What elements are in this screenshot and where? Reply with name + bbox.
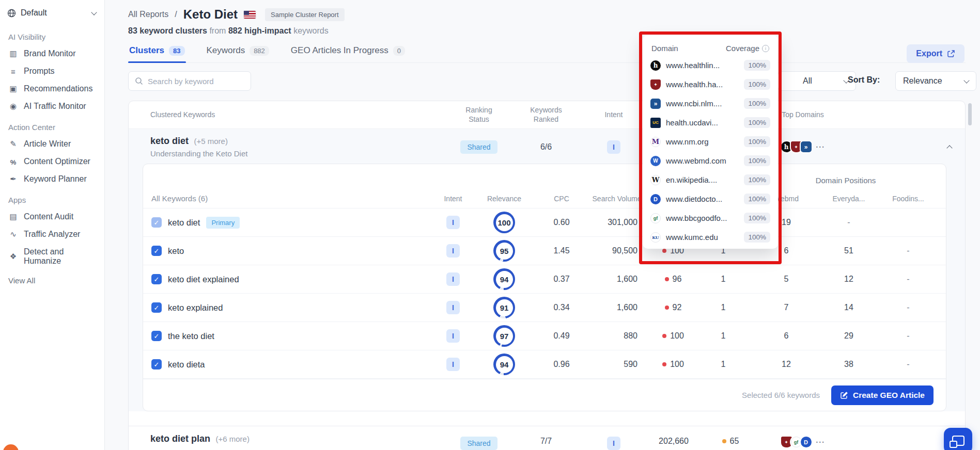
keyword-text: the keto diet (168, 331, 214, 341)
sidebar-item-label: Article Writer (24, 139, 71, 149)
more-domains-button[interactable]: ⋯ (816, 437, 825, 447)
clusters-table: Clustered Keywords Ranking Status Keywor… (128, 101, 966, 450)
domain-text: www.healthlin... (666, 61, 739, 70)
col-relevance: Relevance (474, 195, 535, 203)
tab-label: Keywords (207, 45, 245, 56)
domain-favicon (650, 213, 661, 223)
domain-favicon (650, 118, 661, 128)
primary-badge: Primary (206, 217, 240, 229)
sidebar-item-label: Prompts (24, 67, 55, 76)
search-box[interactable] (128, 71, 251, 91)
score-dot (662, 249, 666, 253)
webmd-position: 12 (745, 360, 827, 369)
domain-favicon (791, 141, 802, 152)
keyword-checkbox[interactable] (151, 246, 162, 256)
keyword-checkbox[interactable] (151, 302, 162, 313)
relevance-ring: 94 (493, 268, 515, 290)
search-input[interactable] (148, 77, 244, 86)
sidebar-item[interactable]: Content Optimizer (0, 153, 104, 170)
collapse-chevron-icon[interactable] (946, 145, 952, 151)
summary-from: from (209, 26, 226, 35)
sidebar-item[interactable]: AI Traffic Monitor (0, 98, 104, 115)
sort-select[interactable]: Relevance (895, 71, 976, 91)
sidebar-item[interactable]: Prompts (0, 62, 104, 80)
page-title: Keto Diet (183, 7, 238, 22)
keyword-checkbox[interactable] (151, 331, 162, 341)
sidebar-item[interactable]: Traffic Analyzer (0, 226, 104, 243)
table-header-row: Clustered Keywords Ranking Status Keywor… (129, 101, 965, 129)
export-button[interactable]: Export (907, 44, 965, 63)
intent-badge: I (446, 301, 460, 314)
coverage-badge: 100% (744, 117, 770, 128)
coverage-badge: 100% (744, 155, 770, 166)
summary-keywords-count: 882 high-impact (228, 26, 291, 35)
domain-favicon (801, 437, 812, 447)
score-value: 96 (645, 275, 701, 284)
domain-favicon (650, 175, 661, 185)
relevance-ring: 97 (493, 325, 515, 347)
view-all-link[interactable]: View All (0, 270, 104, 291)
foodins-position: - (870, 360, 946, 369)
more-domains-button[interactable]: ⋯ (816, 141, 825, 152)
rank-value: 1 (701, 331, 745, 341)
filter-select[interactable]: All (777, 71, 856, 91)
us-flag-icon (244, 11, 256, 19)
sidebar-section-action-center: Action Center (0, 115, 104, 135)
intent-badge: I (446, 216, 460, 229)
popup-domain-row: www.ncbi.nlm.... 100% (650, 94, 770, 113)
cluster-row-keto-diet-plan[interactable]: keto diet plan (+6 more) Shared 7/7 I 20… (129, 426, 965, 450)
tab-keywords[interactable]: Keywords 882 (206, 45, 270, 62)
all-keywords-label: All Keywords (6) (143, 194, 432, 203)
cluster-title: keto diet plan (150, 433, 210, 444)
sidebar-item-icon (8, 102, 18, 111)
popup-header: Domain Coverage i (650, 42, 770, 56)
main-content: All Reports / Keto Diet Sample Cluster R… (105, 0, 980, 450)
search-volume-value: 301,000 (588, 218, 645, 227)
keyword-checkbox[interactable] (151, 359, 162, 369)
domain-positions-group-header: Domain Positions (143, 171, 946, 189)
floating-widget-button[interactable] (944, 428, 972, 450)
coverage-badge: 100% (744, 136, 770, 147)
cluster-row[interactable]: keto diet (+5 more) Understanding the Ke… (129, 129, 965, 164)
create-geo-article-button[interactable]: Create GEO Article (831, 385, 934, 405)
sidebar-item[interactable]: Article Writer (0, 135, 104, 153)
domain-favicon (650, 232, 661, 243)
summary-clusters: 83 keyword clusters (128, 26, 207, 35)
intent-badge: I (446, 244, 460, 258)
popup-domain-row: www.healthlin... 100% (650, 56, 770, 75)
sidebar-group-apps: Content Audit Traffic Analyzer Detect an… (0, 208, 104, 270)
coverage-badge: 100% (744, 232, 770, 243)
search-volume-value: 90,500 (588, 246, 645, 255)
sidebar-item[interactable]: Detect and Humanize (0, 243, 104, 270)
col-top-domains: Top Domains (782, 110, 824, 120)
list-controls: All Sort By: Relevance (128, 70, 966, 92)
sidebar-item[interactable]: Content Audit (0, 208, 104, 226)
popup-domain-row: www.kumc.edu 100% (650, 228, 770, 247)
cluster-summary: 83 keyword clusters from 882 high-impact… (128, 26, 966, 36)
search-volume-value: 1,600 (588, 303, 645, 312)
domain-favicon (650, 99, 661, 109)
relevance-ring: 95 (493, 240, 515, 262)
score-value: 65 (722, 437, 739, 446)
sidebar-item[interactable]: Keyword Planner (0, 170, 104, 188)
workspace-selector[interactable]: Default (0, 0, 104, 25)
popup-domain-row: www.bbcgoodfo... 100% (650, 208, 770, 228)
breadcrumb-all-reports[interactable]: All Reports (128, 10, 168, 19)
scrollbar-thumb[interactable] (968, 103, 972, 125)
breadcrumb: All Reports / Keto Diet Sample Cluster R… (128, 0, 966, 22)
keyword-checkbox[interactable] (151, 274, 162, 284)
filter-value: All (803, 76, 812, 86)
tab-geo-articles[interactable]: GEO Articles In Progress 0 (290, 45, 406, 62)
tab-clusters[interactable]: Clusters 83 (128, 45, 186, 62)
cpc-value: 1.45 (535, 246, 588, 255)
rank-value: 1 (701, 303, 745, 312)
keyword-checkbox[interactable] (151, 217, 162, 228)
everyda-position: 12 (827, 275, 870, 284)
sidebar-item-label: Content Audit (24, 212, 73, 221)
sidebar-item[interactable]: Recommendations (0, 80, 104, 98)
popup-domain-row: en.wikipedia.... 100% (650, 170, 770, 189)
info-icon[interactable]: i (762, 45, 769, 52)
search-volume-value: 880 (588, 331, 645, 341)
sidebar-item[interactable]: Brand Monitor (0, 45, 104, 62)
score-dot (662, 334, 666, 338)
